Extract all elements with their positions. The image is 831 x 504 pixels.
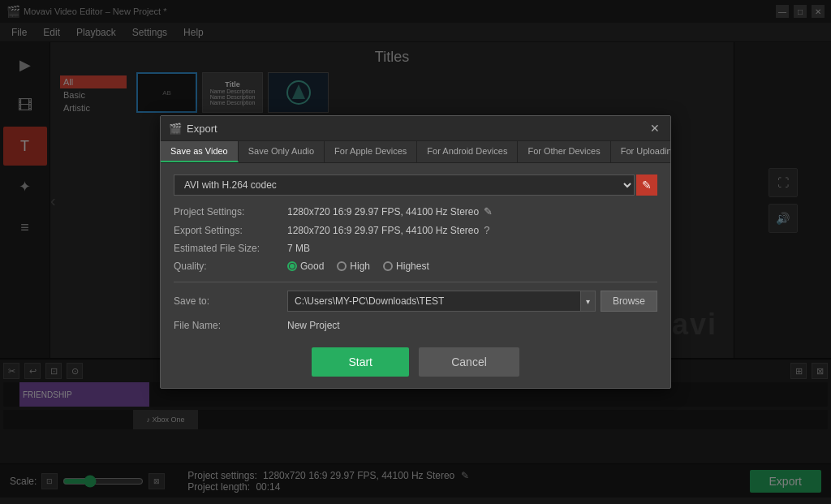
export-settings-value: 1280x720 16:9 29.97 FPS, 44100 Hz Stereo… — [287, 224, 489, 236]
quality-options: Good High Highest — [287, 261, 429, 272]
file-size-label: Estimated File Size: — [174, 243, 287, 254]
modal-close-button[interactable]: ✕ — [648, 121, 662, 136]
save-to-input[interactable] — [287, 291, 581, 312]
quality-good[interactable]: Good — [287, 261, 324, 272]
export-modal: 🎬 Export ✕ Save as Video Save Only Audio… — [160, 115, 671, 389]
modal-overlay: 🎬 Export ✕ Save as Video Save Only Audio… — [0, 0, 831, 504]
save-to-dropdown[interactable]: ▾ — [581, 291, 596, 312]
tab-save-as-video[interactable]: Save as Video — [161, 141, 239, 162]
start-button[interactable]: Start — [312, 347, 409, 377]
edit-icon: ✎ — [642, 179, 652, 192]
quality-high-radio[interactable] — [337, 261, 347, 271]
modal-body: AVI with H.264 codec ✎ Project Settings:… — [161, 163, 670, 388]
quality-highest-radio[interactable] — [383, 261, 393, 271]
tab-apple-devices[interactable]: For Apple Devices — [325, 141, 417, 162]
quality-good-radio[interactable] — [287, 261, 297, 271]
project-settings-label: Project Settings: — [174, 206, 287, 218]
tab-android-devices[interactable]: For Android Devices — [417, 141, 518, 162]
file-size-row: Estimated File Size: 7 MB — [174, 243, 657, 254]
file-name-value: New Project — [287, 320, 340, 331]
export-settings-label: Export Settings: — [174, 225, 287, 236]
browse-button[interactable]: Browse — [601, 291, 657, 312]
format-edit-button[interactable]: ✎ — [636, 174, 657, 196]
save-to-label: Save to: — [174, 295, 287, 307]
tab-uploading-online[interactable]: For Uploading Online — [611, 141, 670, 162]
divider — [174, 282, 657, 282]
project-settings-edit-icon[interactable]: ✎ — [484, 205, 493, 218]
save-to-row: Save to: ▾ Browse — [174, 291, 657, 312]
file-name-label: File Name: — [174, 320, 287, 331]
export-settings-help-icon[interactable]: ? — [484, 224, 489, 236]
tab-other-devices[interactable]: For Other Devices — [518, 141, 610, 162]
quality-highest[interactable]: Highest — [383, 261, 429, 272]
format-select[interactable]: AVI with H.264 codec — [174, 174, 635, 196]
project-settings-value: 1280x720 16:9 29.97 FPS, 44100 Hz Stereo… — [287, 205, 493, 218]
modal-title-bar: 🎬 Export ✕ — [161, 116, 670, 141]
modal-icon: 🎬 — [169, 123, 182, 135]
action-buttons: Start Cancel — [174, 344, 657, 377]
quality-row: Quality: Good High Highest — [174, 261, 657, 272]
quality-high[interactable]: High — [337, 261, 370, 272]
project-settings-row: Project Settings: 1280x720 16:9 29.97 FP… — [174, 205, 657, 218]
tab-save-only-audio[interactable]: Save Only Audio — [239, 141, 325, 162]
file-name-row: File Name: New Project — [174, 320, 657, 331]
format-row: AVI with H.264 codec ✎ — [174, 174, 657, 196]
quality-label: Quality: — [174, 261, 287, 272]
modal-title: 🎬 Export — [169, 123, 217, 135]
cancel-button[interactable]: Cancel — [419, 347, 519, 377]
file-size-value: 7 MB — [287, 243, 310, 254]
modal-tabs: Save as Video Save Only Audio For Apple … — [161, 141, 670, 163]
export-settings-row: Export Settings: 1280x720 16:9 29.97 FPS… — [174, 224, 657, 236]
